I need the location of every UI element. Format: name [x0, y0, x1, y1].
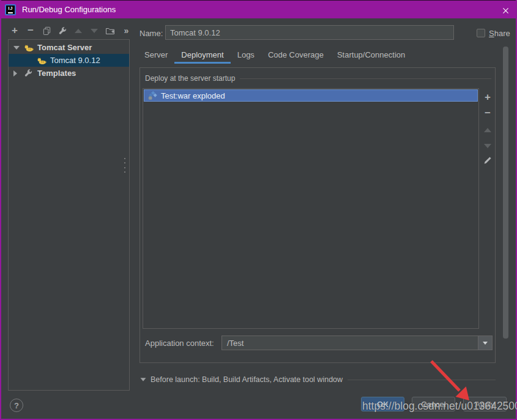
deploy-group-label: Deploy at the server startup [145, 74, 235, 83]
new-folder-icon[interactable] [105, 26, 115, 36]
tab-deployment[interactable]: Deployment [174, 48, 230, 64]
share-label[interactable]: Share [489, 29, 510, 38]
tab-startup-connection[interactable]: Startup/Connection [330, 48, 412, 64]
move-up-icon [73, 26, 83, 36]
edit-artifact-pencil-icon[interactable] [483, 156, 493, 165]
remove-configuration-icon[interactable]: − [26, 26, 35, 36]
configurations-toolbar: + − » [10, 24, 131, 37]
tomcat-icon [37, 56, 46, 66]
tree-item-label[interactable]: Tomcat Server [37, 43, 92, 52]
splitter-handle[interactable] [123, 158, 126, 173]
tree-item-templates[interactable]: Templates [9, 67, 129, 80]
move-artifact-down-icon [483, 141, 493, 151]
name-label: Name: [139, 29, 163, 38]
window-border-left [0, 0, 1, 420]
close-icon[interactable] [500, 5, 511, 16]
templates-wrench-icon [24, 69, 34, 78]
run-debug-configurations-dialog: IJ Run/Debug Configurations + − » [0, 0, 517, 420]
tree-item-tomcat-9012[interactable]: Tomcat 9.0.12 [9, 54, 129, 67]
collapse-arrow-icon[interactable] [13, 46, 20, 50]
group-divider [240, 78, 491, 79]
expand-arrow-icon[interactable] [13, 70, 20, 77]
window-title: Run/Debug Configurations [22, 5, 116, 14]
copy-configuration-icon[interactable] [42, 26, 51, 36]
move-down-icon [89, 26, 99, 36]
before-launch-label: Before launch: Build, Build Artifacts, A… [151, 375, 343, 384]
up-triangle [75, 29, 82, 33]
application-context-label: Application context: [145, 339, 214, 348]
tree-item-label[interactable]: Tomcat 9.0.12 [50, 56, 100, 65]
remove-artifact-icon[interactable]: − [483, 108, 493, 118]
tab-server[interactable]: Server [138, 48, 174, 64]
titlebar: IJ Run/Debug Configurations [0, 0, 517, 18]
tab-code-coverage[interactable]: Code Coverage [261, 48, 330, 64]
before-launch-collapse-icon[interactable] [141, 378, 146, 381]
logo-letters: IJ [8, 6, 13, 11]
add-configuration-icon[interactable]: + [10, 26, 20, 36]
deployment-item-test-war-exploded[interactable]: Test:war exploded [144, 89, 478, 102]
deploy-group-header: Deploy at the server startup [145, 74, 491, 83]
deployment-list[interactable]: Test:war exploded [143, 88, 479, 329]
help-button[interactable]: ? [10, 399, 23, 412]
deployment-item-label: Test:war exploded [161, 91, 225, 100]
move-artifact-up-icon [483, 125, 493, 135]
more-actions-icon[interactable]: » [121, 26, 131, 36]
intellij-idea-logo-icon: IJ [5, 4, 16, 15]
tab-logs[interactable]: Logs [231, 48, 261, 64]
application-context-combobox[interactable]: /Test [221, 336, 493, 350]
tree-item-label[interactable]: Templates [37, 69, 76, 78]
red-annotation-arrow [424, 358, 480, 408]
configurations-tree: Tomcat Server Tomcat 9.0.12 Templates [8, 39, 130, 391]
down-triangle [91, 29, 98, 33]
configuration-tabs: Server Deployment Logs Code Coverage Sta… [138, 48, 412, 64]
tomcat-icon [24, 43, 34, 53]
combobox-dropdown-icon[interactable] [478, 336, 492, 350]
vertical-scrollbar[interactable] [503, 47, 508, 339]
edit-templates-wrench-icon[interactable] [58, 26, 67, 36]
artifact-war-exploded-icon [147, 91, 157, 100]
add-artifact-icon[interactable]: + [483, 92, 493, 102]
logo-underline [8, 12, 13, 13]
application-context-value: /Test [227, 339, 244, 348]
share-checkbox[interactable] [477, 29, 485, 37]
name-input[interactable] [165, 25, 454, 40]
tree-item-tomcat-server[interactable]: Tomcat Server [9, 41, 129, 54]
